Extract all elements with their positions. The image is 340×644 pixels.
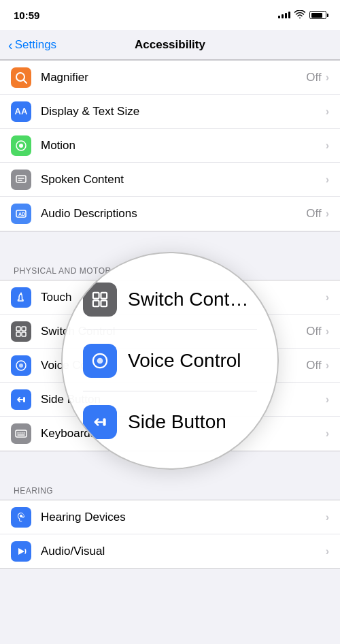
physical-motor-list: Touch › Switch Control Off › Voice Contr… <box>0 280 340 451</box>
switch-control-label: Switch Control <box>41 325 306 338</box>
svg-rect-12 <box>16 332 20 336</box>
section-gap-1 <box>0 231 340 255</box>
audio-visual-icon <box>11 541 31 562</box>
keyboards-label: Keyboards <box>41 427 326 440</box>
svg-marker-23 <box>18 548 24 555</box>
switch-control-item[interactable]: Switch Control Off › <box>0 315 340 349</box>
magnifier-label: Magnifier <box>41 71 306 84</box>
back-chevron-icon: ‹ <box>8 38 13 52</box>
page-title: Accessibility <box>135 38 205 52</box>
keyboards-item[interactable]: Keyboards › <box>0 417 340 451</box>
hearing-list: Hearing Devices › Audio/Visual › <box>0 500 340 569</box>
display-text-size-label: Display & Text Size <box>41 105 326 118</box>
nav-bar: ‹ Settings Accessibility <box>0 30 340 60</box>
side-button-chevron: › <box>326 393 329 406</box>
svg-rect-4 <box>16 176 26 182</box>
audio-descriptions-item[interactable]: AD Audio Descriptions Off › <box>0 197 340 231</box>
keyboards-icon <box>11 423 31 444</box>
display-text-size-chevron: › <box>326 106 329 118</box>
physical-motor-header: PHYSICAL AND MOTOR <box>0 255 340 280</box>
svg-text:AD: AD <box>18 212 25 216</box>
audio-visual-label: Audio/Visual <box>41 545 326 558</box>
spoken-content-icon <box>11 170 31 190</box>
hearing-devices-icon <box>11 507 31 528</box>
spoken-content-chevron: › <box>326 174 329 186</box>
audio-descriptions-value: Off <box>306 207 321 221</box>
voice-control-icon <box>11 355 31 376</box>
wifi-icon <box>294 10 305 20</box>
audio-descriptions-label: Audio Descriptions <box>41 207 306 221</box>
hearing-header: HEARING <box>0 475 340 500</box>
svg-rect-17 <box>16 430 27 437</box>
svg-point-3 <box>19 144 23 148</box>
back-label: Settings <box>15 38 56 52</box>
switch-control-chevron: › <box>326 325 329 338</box>
audio-visual-item[interactable]: Audio/Visual › <box>0 534 340 568</box>
voice-control-label: Voice Control <box>41 359 306 372</box>
battery-icon <box>309 11 326 19</box>
magnifier-chevron: › <box>326 71 329 84</box>
side-button-label: Side Button <box>41 393 326 406</box>
voice-control-item[interactable]: Voice Control Off › <box>0 349 340 383</box>
motion-chevron: › <box>326 140 329 152</box>
hearing-devices-chevron: › <box>326 511 329 524</box>
switch-control-icon <box>11 321 31 342</box>
status-time: 10:59 <box>14 10 39 21</box>
hearing-devices-item[interactable]: Hearing Devices › <box>0 500 340 534</box>
svg-rect-16 <box>23 397 25 402</box>
magnifier-value: Off <box>306 71 321 84</box>
audio-descriptions-icon: AD <box>11 204 31 224</box>
vision-list: Magnifier Off › AA Display & Text Size ›… <box>0 60 340 231</box>
spoken-content-item[interactable]: Spoken Content › <box>0 163 340 197</box>
status-icons <box>278 10 326 20</box>
side-button-item[interactable]: Side Button › <box>0 383 340 417</box>
display-text-size-item[interactable]: AA Display & Text Size › <box>0 95 340 129</box>
touch-label: Touch <box>41 291 326 304</box>
spoken-content-label: Spoken Content <box>41 173 326 187</box>
magnifier-item[interactable]: Magnifier Off › <box>0 61 340 95</box>
motion-icon <box>11 135 31 156</box>
hearing-devices-label: Hearing Devices <box>41 511 326 524</box>
switch-control-value: Off <box>306 325 321 338</box>
touch-icon <box>11 287 31 308</box>
audio-visual-chevron: › <box>326 545 329 558</box>
section-gap-2 <box>0 451 340 475</box>
svg-rect-10 <box>16 327 20 331</box>
touch-chevron: › <box>326 291 329 304</box>
svg-point-0 <box>16 73 24 81</box>
back-button[interactable]: ‹ Settings <box>8 38 56 52</box>
keyboards-chevron: › <box>326 428 329 440</box>
svg-point-9 <box>20 292 22 293</box>
motion-label: Motion <box>41 139 326 152</box>
side-button-icon <box>11 389 31 410</box>
audio-descriptions-chevron: › <box>326 208 329 220</box>
voice-control-chevron: › <box>326 359 329 372</box>
display-text-size-icon: AA <box>11 101 31 122</box>
svg-rect-13 <box>22 332 26 336</box>
voice-control-value: Off <box>306 359 321 372</box>
status-bar: 10:59 <box>0 0 340 30</box>
svg-point-15 <box>19 364 23 368</box>
magnifier-icon <box>11 67 31 88</box>
svg-line-1 <box>24 80 27 83</box>
vision-section: Magnifier Off › AA Display & Text Size ›… <box>0 60 340 231</box>
motion-item[interactable]: Motion › <box>0 129 340 163</box>
signal-icon <box>278 12 290 18</box>
svg-rect-11 <box>22 327 26 331</box>
touch-item[interactable]: Touch › <box>0 280 340 315</box>
